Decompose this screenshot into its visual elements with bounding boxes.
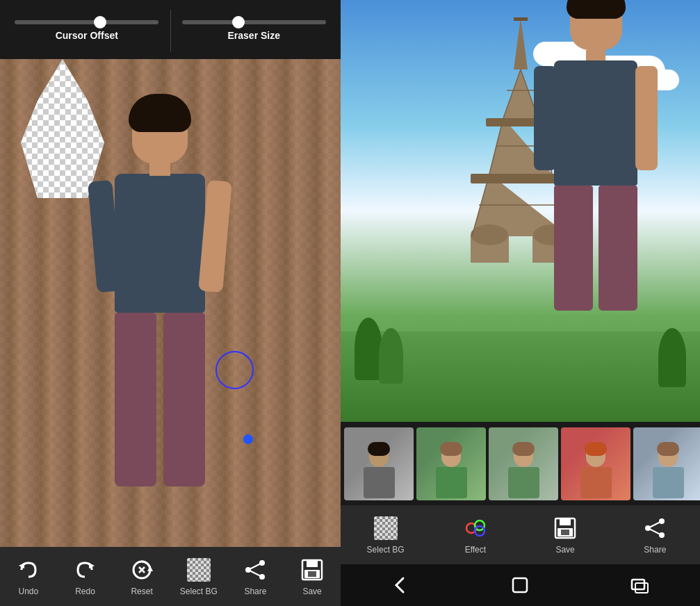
svg-line-43 <box>648 521 662 528</box>
overlay-legs <box>554 186 637 311</box>
reset-button[interactable]: Reset <box>121 557 163 596</box>
left-select-bg-button[interactable]: Select BG <box>178 557 220 596</box>
undo-icon-area <box>15 557 42 583</box>
svg-rect-12 <box>308 571 316 577</box>
subject-person <box>80 101 240 504</box>
home-icon <box>509 574 531 596</box>
cursor-offset-group: Cursor Offset <box>7 20 167 41</box>
overlay-hair <box>567 0 626 19</box>
undo-icon <box>16 557 41 582</box>
right-share-label: Share <box>644 545 666 555</box>
svg-point-22 <box>471 224 508 245</box>
svg-line-8 <box>248 570 262 577</box>
right-save-button[interactable]: Save <box>544 515 586 555</box>
person-head <box>132 101 188 163</box>
cursor-offset-thumb[interactable] <box>94 16 106 28</box>
person-overlay <box>526 0 665 304</box>
right-share-button[interactable]: Share <box>634 515 676 555</box>
left-share-icon <box>243 557 268 582</box>
effect-icon-area <box>462 515 489 541</box>
eraser-size-thumb[interactable] <box>232 16 245 28</box>
finger-position-dot <box>243 434 253 444</box>
home-button[interactable] <box>499 572 541 598</box>
person-leg-left <box>115 313 156 486</box>
right-bottom-toolbar: Select BG Effect Save <box>341 505 700 564</box>
person-arm-right <box>198 180 232 293</box>
left-select-bg-icon-area <box>186 557 212 583</box>
effect-button[interactable]: Effect <box>455 515 496 555</box>
left-share-button[interactable]: Share <box>234 557 276 596</box>
reset-label: Reset <box>131 587 152 596</box>
overlay-arm-right <box>635 66 658 170</box>
tree-1 <box>355 318 382 380</box>
eraser-size-label: Eraser Size <box>228 30 281 41</box>
left-share-icon-area <box>242 557 268 583</box>
right-select-bg-icon-area <box>373 515 399 541</box>
redo-button[interactable]: Redo <box>64 557 106 596</box>
left-panel: Cursor Offset Eraser Size <box>0 0 341 606</box>
right-share-icon <box>642 516 667 541</box>
left-save-icon <box>300 557 325 582</box>
eraser-cursor-circle <box>215 351 254 389</box>
svg-line-7 <box>248 563 262 570</box>
cursor-offset-label: Cursor Offset <box>56 30 118 41</box>
recent-apps-button[interactable] <box>619 572 661 598</box>
right-save-icon-area <box>552 515 578 541</box>
svg-rect-39 <box>561 530 569 535</box>
svg-marker-13 <box>514 17 528 69</box>
svg-rect-45 <box>513 578 527 592</box>
effect-label: Effect <box>465 545 486 555</box>
person-leg-right <box>163 313 205 486</box>
reset-icon <box>129 557 154 582</box>
eraser-size-track[interactable] <box>182 20 326 24</box>
overlay-arm-left <box>534 66 556 170</box>
thumbnail-4[interactable] <box>561 427 630 500</box>
select-bg-checker-icon <box>187 558 211 582</box>
person-arm-left <box>88 180 122 293</box>
redo-label: Redo <box>75 587 95 596</box>
thumbnail-5[interactable] <box>633 427 700 500</box>
svg-rect-37 <box>560 518 571 525</box>
right-panel: Select BG Effect Save <box>341 0 700 606</box>
recent-apps-icon <box>629 574 651 596</box>
left-share-label: Share <box>244 587 266 596</box>
svg-rect-14 <box>514 17 528 21</box>
right-select-bg-label: Select BG <box>367 545 405 555</box>
svg-rect-47 <box>635 583 648 593</box>
overlay-head <box>570 0 622 50</box>
reset-icon-area <box>129 557 155 583</box>
back-icon <box>389 574 412 596</box>
person-legs <box>115 313 205 486</box>
right-select-bg-button[interactable]: Select BG <box>365 515 407 555</box>
navigation-bar <box>341 564 700 606</box>
overlay-leg-right <box>599 186 637 311</box>
left-save-icon-area <box>299 557 325 583</box>
right-select-bg-checker-icon <box>374 516 398 540</box>
thumbnail-3[interactable] <box>489 427 558 500</box>
undo-button[interactable]: Undo <box>8 557 49 596</box>
person-hair <box>129 94 191 132</box>
redo-icon <box>72 557 97 582</box>
tree-2 <box>379 328 403 384</box>
svg-line-44 <box>648 528 662 535</box>
overlay-body <box>554 60 637 186</box>
left-save-button[interactable]: Save <box>291 557 333 596</box>
eraser-size-group: Eraser Size <box>174 20 334 41</box>
canvas-area[interactable] <box>0 59 341 547</box>
right-save-icon <box>553 516 578 541</box>
right-share-icon-area <box>642 515 668 541</box>
left-bottom-toolbar: Undo Redo Reset <box>0 547 341 606</box>
tree-3 <box>658 328 686 387</box>
svg-rect-10 <box>307 560 318 567</box>
photo-area[interactable] <box>341 0 700 422</box>
thumbnail-1[interactable] <box>344 427 414 500</box>
svg-rect-46 <box>632 580 644 589</box>
back-button[interactable] <box>380 572 421 598</box>
effect-icon <box>463 516 488 541</box>
cursor-offset-track[interactable] <box>15 20 158 24</box>
left-save-label: Save <box>302 587 321 596</box>
left-select-bg-label: Select BG <box>180 587 218 596</box>
thumbnail-2[interactable] <box>416 427 486 500</box>
overlay-leg-left <box>554 186 593 311</box>
person-neck <box>149 162 170 176</box>
